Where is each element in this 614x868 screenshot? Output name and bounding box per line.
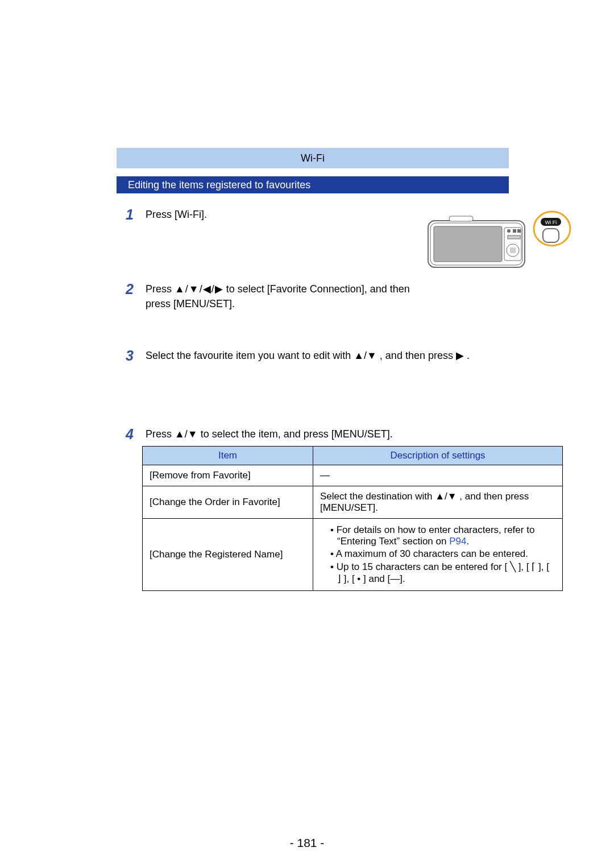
table-row: [Change the Order in Favorite] Select th… <box>143 486 563 519</box>
cell-item-order: [Change the Order in Favorite] <box>143 486 313 519</box>
step-1: 1 Press [Wi-Fi]. <box>118 207 207 222</box>
step-4: 4 Press ▲/▼ to select the item, and pres… <box>118 427 393 441</box>
svg-point-7 <box>507 229 511 233</box>
th-desc: Description of settings <box>313 447 563 465</box>
dpad-icon: ▲/▼/◀/▶ <box>175 283 223 295</box>
section-header-text: Wi-Fi <box>301 152 325 164</box>
step-3-mid: , and then press <box>380 350 456 361</box>
sub-header-text: Editing the items registered to favourit… <box>128 179 310 191</box>
table-row: [Change the Registered Name] For details… <box>143 519 563 591</box>
cell-desc-remove: — <box>313 465 563 486</box>
svg-rect-9 <box>517 229 521 233</box>
step-4-mid: to select the item, and press [MENU/SET]… <box>201 428 393 440</box>
svg-rect-10 <box>508 235 520 239</box>
step-3-number: 3 <box>118 348 134 363</box>
step-2-number: 2 <box>118 282 134 296</box>
list-item: A maximum of 30 characters can be entere… <box>330 548 555 560</box>
wifi-icon: Wi Fi <box>545 220 557 225</box>
step-2-pre: Press <box>146 283 175 295</box>
link-p94[interactable]: P94 <box>449 536 466 547</box>
list-item: For details on how to enter characters, … <box>330 524 555 547</box>
cell-item-remove: [Remove from Favorite] <box>143 465 313 486</box>
camera-illustration: Wi Fi <box>424 210 571 273</box>
step-2: 2 Press ▲/▼/◀/▶ to select [Favorite Conn… <box>118 282 435 311</box>
sub-header: Editing the items registered to favourit… <box>117 176 509 193</box>
table-header-row: Item Description of settings <box>143 447 563 465</box>
right-icon: ▶ <box>456 350 464 361</box>
settings-table: Item Description of settings [Remove fro… <box>142 446 563 591</box>
th-item: Item <box>143 447 313 465</box>
updown-icon: ▲/▼ <box>175 428 198 440</box>
step-3-pre: Select the favourite item you want to ed… <box>146 350 354 361</box>
step-1-text: Press [Wi-Fi]. <box>146 207 207 222</box>
cell-desc-order: Select the destination with ▲/▼ , and th… <box>313 486 563 519</box>
svg-rect-13 <box>543 229 559 242</box>
page-number: - 181 - <box>0 836 614 850</box>
order-pre: Select the destination with <box>320 491 435 502</box>
svg-rect-2 <box>434 226 502 262</box>
cell-item-name: [Change the Registered Name] <box>143 519 313 591</box>
name-b1a: For details on how to enter characters, … <box>337 524 535 547</box>
name-b1b: . <box>466 536 469 547</box>
step-2-text: Press ▲/▼/◀/▶ to select [Favorite Connec… <box>146 282 435 311</box>
table-row: [Remove from Favorite] — <box>143 465 563 486</box>
step-1-number: 1 <box>118 207 134 222</box>
list-item: Up to 15 characters can be entered for [… <box>330 561 555 585</box>
section-header: Wi-Fi <box>117 148 509 168</box>
step-4-number: 4 <box>118 427 134 441</box>
step-3: 3 Select the favourite item you want to … <box>118 348 470 363</box>
updown-icon: ▲/▼ <box>435 491 457 502</box>
svg-rect-6 <box>510 247 516 253</box>
updown-icon: ▲/▼ <box>354 350 377 361</box>
svg-rect-8 <box>513 229 516 233</box>
page: Wi-Fi Editing the items registered to fa… <box>0 0 614 868</box>
cell-desc-name: For details on how to enter characters, … <box>313 519 563 591</box>
step-4-text: Press ▲/▼ to select the item, and press … <box>146 427 393 441</box>
step-4-pre: Press <box>146 428 175 440</box>
step-3-end: . <box>467 350 470 361</box>
svg-rect-3 <box>449 216 473 221</box>
step-3-text: Select the favourite item you want to ed… <box>146 348 470 363</box>
